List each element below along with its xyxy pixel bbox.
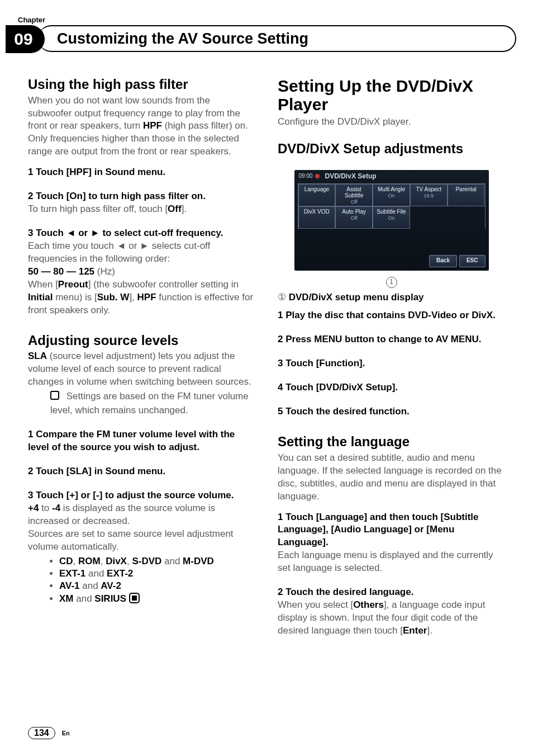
text: ] (the subwoofer controller setting in bbox=[88, 279, 239, 290]
sla-bold: SLA bbox=[28, 351, 47, 361]
dvd-step2: 2 Press MENU button to change to AV MENU… bbox=[278, 333, 505, 346]
subw-bold: Sub. W bbox=[97, 292, 130, 303]
esc-button[interactable]: ESC bbox=[459, 255, 486, 267]
freq-unit: (Hz) bbox=[94, 266, 115, 277]
text: ROM bbox=[78, 556, 101, 566]
dvd-step4: 4 Touch [DVD/DivX Setup]. bbox=[278, 381, 505, 394]
tile-label: Parental bbox=[455, 186, 476, 192]
freq-values: 50 — 80 — 125 bbox=[28, 266, 94, 277]
dvd-setup-screen: 09:00 DVD/DivX Setup Language Assist Sub… bbox=[294, 170, 489, 271]
hp-step3-follow: Each time you touch ◄ or ► selects cut-o… bbox=[28, 240, 255, 266]
list-item: CD, ROM, DivX, S-DVD and M-DVD bbox=[59, 556, 255, 567]
preout-note: When [Preout] (the subwoofer controller … bbox=[28, 278, 255, 317]
text: ]. bbox=[427, 625, 432, 636]
text: When you select [ bbox=[278, 599, 353, 610]
lang-step2-follow: When you select [Others], a language cod… bbox=[278, 599, 505, 637]
text: ]. bbox=[182, 204, 187, 214]
preout-bold: Preout bbox=[58, 279, 88, 290]
hp-step2: 2 Touch [On] to turn high pass filter on… bbox=[28, 190, 255, 203]
tile-subtitle-file[interactable]: Subtitle FileOn bbox=[373, 206, 410, 229]
tile-tv-aspect[interactable]: TV Aspect16:9 bbox=[410, 184, 448, 206]
others-bold: Others bbox=[353, 599, 384, 610]
hp-step2-follow: To turn high pass filter off, touch [Off… bbox=[28, 203, 255, 216]
right-column: Setting Up the DVD/DivX Player Configure… bbox=[278, 77, 505, 637]
text: AV-1 bbox=[59, 580, 80, 591]
dvd-step5: 5 Touch the desired function. bbox=[278, 405, 505, 418]
tile-label: Multi Angle bbox=[378, 186, 405, 192]
tile-multi-angle[interactable]: Multi AngleOn bbox=[373, 184, 410, 206]
high-pass-intro: When you do not want low sounds from the… bbox=[28, 94, 255, 159]
freq-line: 50 — 80 — 125 (Hz) bbox=[28, 266, 255, 278]
chapter-title-wrap: Customizing the AV Source Setting bbox=[38, 25, 516, 52]
list-item: XM and SIRIUS bbox=[59, 593, 255, 604]
text: EXT-2 bbox=[107, 568, 133, 579]
text: AV-2 bbox=[101, 580, 121, 591]
tile-label: Subtitle File bbox=[377, 209, 406, 215]
left-column: Using the high pass filter When you do n… bbox=[28, 77, 255, 637]
tile-language[interactable]: Language bbox=[298, 184, 336, 206]
tile-sub: On bbox=[374, 193, 408, 199]
tile-divx-vod[interactable]: DivX VOD bbox=[298, 206, 336, 229]
text: S-DVD bbox=[132, 556, 161, 566]
hpf-bold: HPF bbox=[143, 120, 162, 131]
hp-step1: 1 Touch [HPF] in Sound menu. bbox=[28, 166, 255, 179]
text: , bbox=[101, 556, 106, 566]
text: , bbox=[127, 556, 132, 566]
tile-label: Auto Play bbox=[342, 209, 366, 215]
text: To turn high pass filter off, touch [ bbox=[28, 204, 168, 214]
text: SIRIUS bbox=[94, 593, 126, 604]
lang-step1: 1 Touch [Language] and then touch [Subti… bbox=[278, 511, 505, 550]
sla-step3-follow2: Sources are set to same source level adj… bbox=[28, 528, 255, 554]
dvd-setup-intro: Configure the DVD/DivX player. bbox=[278, 116, 505, 129]
note-text: Settings are based on the FM tuner volum… bbox=[50, 391, 249, 415]
screenshot: 09:00 DVD/DivX Setup Language Assist Sub… bbox=[291, 167, 492, 288]
note-icon bbox=[50, 391, 59, 400]
tile-label: Language bbox=[304, 186, 330, 192]
caption-line: ① DVD/DivX setup menu display bbox=[278, 291, 505, 304]
text: to bbox=[39, 503, 52, 513]
back-button[interactable]: Back bbox=[429, 255, 457, 267]
text: M-DVD bbox=[183, 556, 214, 566]
tile-parental[interactable]: Parental bbox=[448, 184, 485, 206]
tile-sub: Off bbox=[337, 199, 371, 205]
tile-sub: Off bbox=[337, 215, 371, 221]
tile-sub: 16:9 bbox=[412, 193, 446, 199]
heading-dvd-adj: DVD/DivX Setup adjustments bbox=[278, 141, 505, 157]
initial-bold: Initial bbox=[28, 292, 53, 303]
lang-step1-follow: Each language menu is displayed and the … bbox=[278, 549, 505, 575]
callout-num: ① bbox=[278, 292, 286, 303]
page-footer: 134 En bbox=[28, 727, 70, 739]
minus4: -4 bbox=[52, 503, 60, 513]
language-intro: You can set a desired subtitle, audio an… bbox=[278, 452, 505, 503]
list-item: AV-1 and AV-2 bbox=[59, 580, 255, 592]
lang-step2: 2 Touch the desired language. bbox=[278, 586, 505, 599]
sla-intro: SLA (source level adjustment) lets you a… bbox=[28, 350, 255, 389]
footer-language: En bbox=[62, 730, 70, 736]
text: XM bbox=[59, 593, 74, 604]
caption-label: DVD/DivX setup menu display bbox=[289, 292, 424, 303]
dvd-step1: 1 Play the disc that contains DVD-Video … bbox=[278, 309, 505, 322]
heading-dvd-setup: Setting Up the DVD/DivX Player bbox=[278, 77, 505, 114]
text: and bbox=[85, 568, 107, 579]
plus4: +4 bbox=[28, 503, 39, 513]
chapter-title: Customizing the AV Source Setting bbox=[57, 30, 308, 48]
end-mark-icon bbox=[129, 593, 140, 603]
text: ], bbox=[129, 292, 137, 303]
text: DivX bbox=[106, 556, 127, 566]
tile-assist-subtitle[interactable]: Assist SubtitleOff bbox=[335, 184, 373, 206]
tile-label: DivX VOD bbox=[304, 209, 330, 215]
hp-step3: 3 Touch ◄ or ► to select cut-off frequen… bbox=[28, 227, 255, 240]
enter-bold: Enter bbox=[403, 625, 427, 636]
page-number: 134 bbox=[28, 727, 55, 739]
text: menu) is [ bbox=[53, 292, 97, 303]
tile-auto-play[interactable]: Auto PlayOff bbox=[335, 206, 373, 229]
hpf-bold2: HPF bbox=[137, 292, 156, 303]
chapter-header: 09 Customizing the AV Source Setting bbox=[6, 25, 516, 54]
tile-label: TV Aspect bbox=[416, 186, 442, 192]
text: and bbox=[80, 580, 101, 591]
text: , bbox=[73, 556, 78, 566]
heading-high-pass: Using the high pass filter bbox=[28, 77, 255, 92]
list-item: EXT-1 and EXT-2 bbox=[59, 568, 255, 579]
text: (source level adjustment) lets you adjus… bbox=[28, 351, 251, 387]
text: and bbox=[161, 556, 183, 566]
